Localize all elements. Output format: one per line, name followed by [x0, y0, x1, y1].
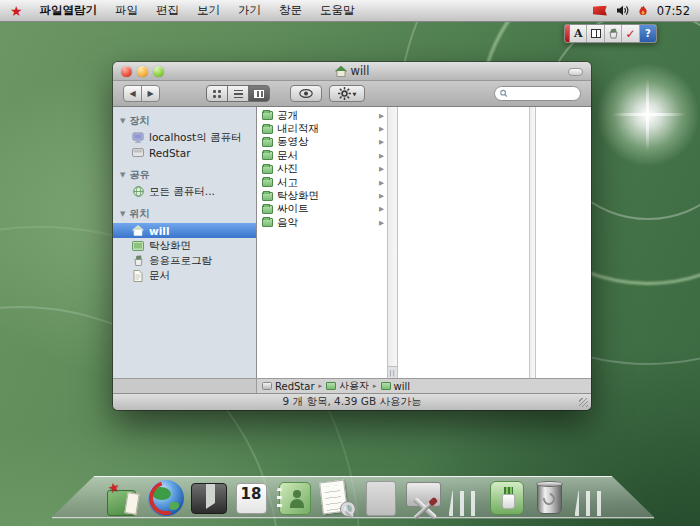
menu-file[interactable]: 파일: [106, 0, 147, 21]
breadcrumb-item-redstar[interactable]: RedStar: [262, 381, 315, 392]
desktop-icon: [132, 240, 144, 252]
font-button[interactable]: A: [570, 25, 587, 42]
input-method-flag-icon[interactable]: [593, 6, 607, 16]
menu-go[interactable]: 가기: [229, 0, 270, 21]
sidebar-item-label: 문서: [149, 269, 170, 283]
column-scrollbar[interactable]: ||: [387, 107, 398, 378]
section-label: 공유: [129, 168, 149, 182]
dock-calendar-icon[interactable]: 18: [233, 479, 271, 517]
home-icon: [132, 225, 144, 237]
sidebar-item-label: will: [149, 225, 170, 237]
minimize-button[interactable]: [137, 66, 148, 77]
column-divider[interactable]: [529, 107, 536, 378]
dock-web-browser-icon[interactable]: [147, 479, 185, 517]
dock-shelf-highlight: [94, 476, 612, 477]
home-icon: [335, 66, 347, 77]
expand-arrow-icon: ▶: [379, 205, 384, 213]
icon-view-button[interactable]: [206, 85, 228, 102]
path-bar-spacer: [113, 379, 257, 393]
column-1: 공개 ▶ 내리적재 ▶ 동영상 ▶ 문서 ▶: [257, 107, 387, 378]
clock[interactable]: 07:52: [657, 4, 692, 18]
file-row-documents[interactable]: 문서 ▶: [257, 149, 387, 162]
zoom-button[interactable]: [153, 66, 164, 77]
close-button[interactable]: [121, 66, 132, 77]
search-field[interactable]: [494, 86, 581, 101]
toolbar-toggle-button[interactable]: [568, 68, 583, 76]
sidebar-item-home[interactable]: will: [113, 223, 256, 238]
search-input[interactable]: [511, 88, 575, 99]
wallpaper-sparkle: [646, 79, 649, 151]
sidebar-item-documents[interactable]: 문서: [113, 268, 256, 283]
file-row-library[interactable]: 서고 ▶: [257, 176, 387, 189]
dock-stationery-icon[interactable]: [488, 479, 526, 517]
file-row-videos[interactable]: 동영상 ▶: [257, 136, 387, 149]
column-3[interactable]: [536, 107, 591, 378]
file-row-desktop[interactable]: 탁상화면 ▶: [257, 189, 387, 202]
breadcrumb-item-users[interactable]: 사용자: [326, 379, 369, 393]
action-menu-button[interactable]: ▼: [329, 85, 365, 102]
breadcrumb-label: will: [394, 381, 411, 392]
sidebar-item-all-computers[interactable]: 모든 콤퓨터...: [113, 184, 256, 199]
sidebar-item-desktop[interactable]: 탁상화면: [113, 238, 256, 253]
sidebar-item-applications[interactable]: 응용프로그람: [113, 253, 256, 268]
disclosure-triangle-icon[interactable]: ▼: [120, 210, 125, 218]
window-title: will: [335, 64, 370, 78]
dock-system-settings-icon[interactable]: [405, 479, 443, 517]
quick-look-button[interactable]: [290, 85, 322, 102]
ink-button[interactable]: [605, 25, 622, 42]
dock-address-book-icon[interactable]: [276, 479, 314, 517]
torch-icon[interactable]: [638, 5, 648, 17]
help-button[interactable]: ?: [640, 25, 656, 42]
sidebar-item-label: localhost의 콤퓨터: [149, 131, 241, 145]
menu-help[interactable]: 도움말: [311, 0, 364, 21]
dock-media-player-icon[interactable]: [190, 479, 228, 517]
forward-button[interactable]: ▶: [141, 85, 160, 102]
menu-window[interactable]: 창문: [270, 0, 311, 21]
column-2[interactable]: [398, 107, 529, 378]
disclosure-triangle-icon[interactable]: ▼: [120, 117, 125, 125]
column-resize-grip[interactable]: ||: [388, 366, 397, 378]
list-view-button[interactable]: [227, 85, 249, 102]
calendar-day: 18: [241, 485, 262, 503]
menu-edit[interactable]: 편집: [147, 0, 188, 21]
title-bar[interactable]: will: [113, 62, 591, 81]
sidebar-item-label: 탁상화면: [149, 239, 191, 253]
menu-app-name[interactable]: 파일열람기: [31, 0, 107, 21]
back-button[interactable]: ◀: [123, 85, 142, 102]
volume-icon[interactable]: [616, 5, 629, 16]
spellcheck-button[interactable]: ✓: [622, 25, 639, 42]
sidebar-section-devices[interactable]: ▼ 장치: [113, 111, 256, 130]
file-row-downloads[interactable]: 내리적재 ▶: [257, 122, 387, 135]
dock-search-icon[interactable]: [319, 479, 357, 517]
file-row-music[interactable]: 음악 ▶: [257, 216, 387, 229]
file-name: 사진: [277, 162, 298, 176]
ink-cup-icon: [608, 28, 619, 39]
breadcrumb-item-will[interactable]: will: [381, 381, 411, 392]
dock-calculator-icon[interactable]: [362, 479, 400, 517]
view-mode-control: [206, 85, 270, 102]
applications-icon: [132, 255, 144, 267]
sidebar-section-shared[interactable]: ▼ 공유: [113, 165, 256, 184]
disclosure-triangle-icon[interactable]: ▼: [120, 171, 125, 179]
dock-file-manager-icon[interactable]: ★: [104, 479, 142, 517]
red-star-logo-icon[interactable]: ★: [8, 1, 31, 21]
file-name: 동영상: [277, 135, 309, 149]
column-view: 공개 ▶ 내리적재 ▶ 동영상 ▶ 문서 ▶: [257, 107, 591, 378]
file-row-sites[interactable]: 싸이트 ▶: [257, 203, 387, 216]
menu-view[interactable]: 보기: [188, 0, 229, 21]
dock-shelf-edge: [52, 517, 654, 519]
folder-icon: [262, 192, 273, 201]
folder-icon: [326, 382, 336, 390]
breadcrumb-separator-icon: ▸: [372, 382, 378, 390]
file-name: 서고: [277, 176, 298, 190]
column-view-button[interactable]: [248, 85, 270, 102]
layout-button[interactable]: [587, 25, 604, 42]
dock-trash-icon[interactable]: [531, 479, 569, 517]
resize-grip[interactable]: [579, 398, 588, 407]
sidebar-item-localhost[interactable]: localhost의 콤퓨터: [113, 130, 256, 145]
sidebar-section-places[interactable]: ▼ 위치: [113, 204, 256, 223]
file-name: 싸이트: [277, 202, 309, 216]
file-row-public[interactable]: 공개 ▶: [257, 109, 387, 122]
file-row-pictures[interactable]: 사진 ▶: [257, 163, 387, 176]
sidebar-item-redstar-disk[interactable]: RedStar: [113, 145, 256, 160]
